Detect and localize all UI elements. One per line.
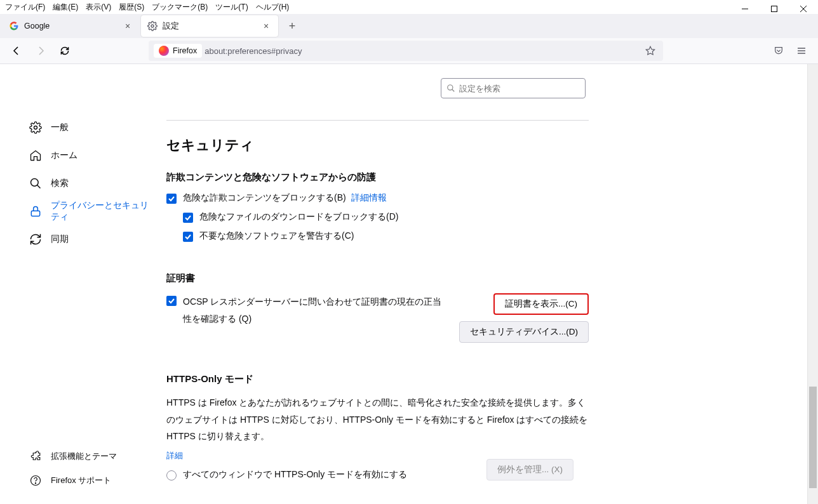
main-panel: セキュリティ 詐欺コンテンツと危険なソフトウェアからの防護 危険な詐欺コンテンツ… bbox=[159, 64, 818, 504]
block-dangerous-label: 危険な詐欺コンテンツをブロックする(B)詳細情報 bbox=[183, 192, 387, 204]
identity-box[interactable]: Firefox bbox=[154, 44, 202, 58]
category-privacy[interactable]: プライバシーとセキュリティ bbox=[24, 199, 159, 224]
warn-unwanted-row: 不要な危険ソフトウェアを警告する(C) bbox=[183, 230, 589, 242]
security-devices-button[interactable]: セキュリティデバイス...(D) bbox=[459, 321, 589, 343]
forward-button[interactable] bbox=[30, 41, 51, 61]
security-heading: セキュリティ bbox=[166, 136, 589, 155]
svg-rect-12 bbox=[31, 211, 39, 216]
svg-point-14 bbox=[35, 483, 36, 484]
back-button[interactable] bbox=[6, 41, 27, 61]
tab-settings[interactable]: 設定 × bbox=[141, 15, 278, 37]
window-controls bbox=[730, 0, 818, 18]
category-general[interactable]: 一般 bbox=[24, 115, 159, 140]
svg-point-10 bbox=[31, 179, 39, 187]
svg-point-15 bbox=[448, 85, 453, 90]
block-downloads-label: 危険なファイルのダウンロードをブロックする(D) bbox=[199, 211, 398, 223]
certificates-heading: 証明書 bbox=[166, 272, 589, 284]
warn-unwanted-label: 不要な危険ソフトウェアを警告する(C) bbox=[199, 230, 354, 242]
close-tab-icon[interactable]: × bbox=[260, 20, 272, 32]
ocsp-label: OCSP レスポンダーサーバーに問い合わせて証明書の現在の正当性を確認する (Q… bbox=[183, 293, 446, 327]
menu-history[interactable]: 履歴(S) bbox=[115, 1, 148, 14]
sidebar-item-label: 拡張機能とテーマ bbox=[51, 451, 117, 462]
close-tab-icon[interactable]: × bbox=[122, 20, 133, 32]
https-only-description: HTTPS は Firefox とあなたが訪れるウェブサイトとの間に、暗号化され… bbox=[166, 394, 589, 445]
maximize-button[interactable] bbox=[760, 0, 789, 18]
lock-icon bbox=[29, 205, 42, 218]
block-dangerous-checkbox[interactable] bbox=[166, 194, 177, 204]
gear-icon bbox=[147, 21, 158, 31]
sidebar-support[interactable]: Firefox サポート bbox=[24, 470, 122, 491]
url-bar[interactable]: Firefox about:preferences#privacy bbox=[149, 41, 663, 61]
https-only-heading: HTTPS-Only モード bbox=[166, 373, 589, 385]
sync-icon bbox=[29, 233, 42, 246]
tab-title: 設定 bbox=[163, 21, 260, 32]
help-icon bbox=[29, 474, 42, 487]
category-label: 一般 bbox=[51, 122, 69, 133]
minimize-button[interactable] bbox=[730, 0, 760, 18]
ocsp-checkbox[interactable] bbox=[166, 296, 177, 306]
puzzle-icon bbox=[29, 450, 42, 463]
learn-more-link[interactable]: 詳細情報 bbox=[351, 192, 387, 202]
svg-marker-5 bbox=[646, 46, 654, 55]
https-learn-more-link[interactable]: 詳細 bbox=[166, 451, 183, 460]
gear-icon bbox=[29, 121, 42, 134]
tabstrip: Google × 設定 × + bbox=[0, 14, 818, 38]
menu-bookmarks[interactable]: ブックマーク(B) bbox=[148, 1, 211, 14]
url-text: about:preferences#privacy bbox=[204, 46, 643, 56]
bookmark-star-icon[interactable] bbox=[643, 46, 658, 56]
category-label: ホーム bbox=[51, 150, 77, 161]
app-menu-icon[interactable] bbox=[791, 41, 812, 61]
identity-label: Firefox bbox=[173, 46, 197, 55]
sidebar-extensions[interactable]: 拡張機能とテーマ bbox=[24, 446, 122, 467]
manage-exceptions-button[interactable]: 例外を管理... (X) bbox=[486, 459, 573, 481]
search-icon bbox=[29, 177, 42, 190]
deceptive-heading: 詐欺コンテンツと危険なソフトウェアからの防護 bbox=[166, 171, 589, 183]
search-icon bbox=[446, 84, 455, 93]
sidebar-item-label: Firefox サポート bbox=[51, 475, 111, 486]
categories-sidebar: 一般 ホーム 検索 プライバシーとセキュリティ 同期 拡張機能 bbox=[0, 64, 159, 504]
preferences-content: 一般 ホーム 検索 プライバシーとセキュリティ 同期 拡張機能 bbox=[0, 63, 818, 504]
reload-button[interactable] bbox=[55, 41, 75, 61]
google-favicon-icon bbox=[9, 21, 19, 31]
category-search[interactable]: 検索 bbox=[24, 171, 159, 196]
category-label: 同期 bbox=[51, 234, 69, 245]
close-window-button[interactable] bbox=[789, 0, 818, 18]
menubar: ファイル(F) 編集(E) 表示(V) 履歴(S) ブックマーク(B) ツール(… bbox=[0, 0, 818, 14]
scrollbar-thumb[interactable] bbox=[809, 387, 817, 488]
settings-search[interactable] bbox=[441, 78, 586, 98]
menu-edit[interactable]: 編集(E) bbox=[49, 1, 82, 14]
svg-line-16 bbox=[452, 90, 455, 92]
view-certificates-button[interactable]: 証明書を表示...(C) bbox=[493, 293, 589, 315]
new-tab-button[interactable]: + bbox=[282, 16, 302, 36]
block-downloads-checkbox[interactable] bbox=[183, 213, 193, 223]
category-home[interactable]: ホーム bbox=[24, 143, 159, 168]
firefox-icon bbox=[159, 46, 169, 56]
warn-unwanted-checkbox[interactable] bbox=[183, 232, 193, 242]
settings-search-input[interactable] bbox=[459, 84, 580, 93]
menu-file[interactable]: ファイル(F) bbox=[1, 1, 49, 14]
svg-point-9 bbox=[34, 126, 37, 129]
svg-line-11 bbox=[37, 185, 41, 189]
tab-title: Google bbox=[24, 22, 122, 30]
category-label: 検索 bbox=[51, 178, 69, 189]
svg-rect-1 bbox=[772, 6, 777, 12]
nav-toolbar: Firefox about:preferences#privacy bbox=[0, 38, 818, 63]
vertical-scrollbar[interactable] bbox=[807, 64, 818, 504]
block-dangerous-row: 危険な詐欺コンテンツをブロックする(B)詳細情報 bbox=[166, 192, 589, 204]
category-label: プライバシーとセキュリティ bbox=[51, 200, 154, 223]
tab-google[interactable]: Google × bbox=[3, 15, 140, 37]
pocket-icon[interactable] bbox=[768, 41, 789, 61]
https-all-windows-label: すべてのウィンドウで HTTPS-Only モードを有効にする bbox=[183, 469, 407, 481]
menu-help[interactable]: ヘルプ(H) bbox=[252, 1, 293, 14]
https-all-windows-radio[interactable] bbox=[166, 470, 177, 481]
svg-point-4 bbox=[151, 25, 154, 27]
menu-tools[interactable]: ツール(T) bbox=[211, 1, 251, 14]
block-downloads-row: 危険なファイルのダウンロードをブロックする(D) bbox=[183, 211, 589, 223]
home-icon bbox=[29, 149, 42, 162]
category-sync[interactable]: 同期 bbox=[24, 227, 159, 252]
menu-view[interactable]: 表示(V) bbox=[82, 1, 115, 14]
